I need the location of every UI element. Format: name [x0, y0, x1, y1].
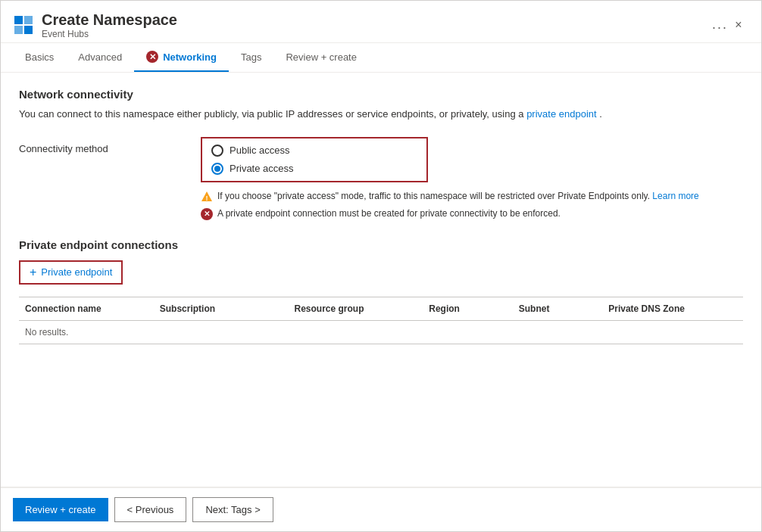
previous-button[interactable]: < Previous [114, 497, 187, 522]
create-namespace-window: Create Namespace Event Hubs ... × Basics… [0, 0, 762, 532]
svg-rect-1 [24, 16, 33, 24]
col-dns-zone: Private DNS Zone [608, 303, 743, 314]
info-messages: ! If you choose "private access" mode, t… [201, 190, 743, 220]
footer: Review + create < Previous Next: Tags > [1, 487, 761, 531]
review-create-button[interactable]: Review + create [13, 498, 108, 521]
close-button[interactable]: × [728, 14, 749, 36]
no-results-text: No results. [25, 327, 68, 338]
warning-text: If you choose "private access" mode, tra… [217, 190, 699, 203]
connectivity-label: Connectivity method [19, 137, 201, 154]
svg-rect-0 [14, 16, 23, 24]
svg-text:!: ! [206, 194, 208, 202]
svg-rect-3 [24, 26, 33, 34]
radio-private-circle [211, 163, 223, 175]
radio-private-label: Private access [230, 163, 294, 174]
window-title: Create Namespace [42, 11, 706, 29]
tab-basics[interactable]: Basics [13, 43, 66, 72]
learn-more-link[interactable]: Learn more [652, 191, 698, 201]
col-region: Region [429, 303, 519, 314]
col-connection-name: Connection name [19, 303, 160, 314]
error-message: ✕ A private endpoint connection must be … [201, 207, 743, 220]
radio-public-circle [211, 145, 223, 157]
col-resource-group: Resource group [295, 303, 429, 314]
tab-advanced[interactable]: Advanced [66, 43, 134, 72]
pe-section-title: Private endpoint connections [19, 238, 743, 251]
networking-error-icon: ✕ [146, 51, 158, 63]
error-circle-icon: ✕ [201, 208, 213, 220]
add-private-endpoint-button[interactable]: + Private endpoint [19, 260, 123, 285]
tab-tags[interactable]: Tags [229, 43, 273, 72]
svg-rect-2 [14, 26, 23, 34]
plus-icon: + [30, 266, 36, 279]
col-subscription: Subscription [160, 303, 295, 314]
network-connectivity-desc: You can connect to this namespace either… [19, 107, 743, 122]
app-icon [13, 14, 34, 36]
col-subnet: Subnet [519, 303, 609, 314]
content-area: Network connectivity You can connect to … [1, 73, 761, 487]
connectivity-radio-group: Public access Private access [201, 137, 428, 182]
window-subtitle: Event Hubs [42, 29, 706, 39]
connectivity-method-row: Connectivity method Public access Privat… [19, 137, 743, 220]
title-info: Create Namespace Event Hubs [42, 11, 706, 39]
private-endpoint-link[interactable]: private endpoint [526, 108, 597, 120]
radio-public-label: Public access [230, 145, 289, 156]
add-private-endpoint-label: Private endpoint [41, 266, 112, 278]
tabs-bar: Basics Advanced ✕ Networking Tags Review… [1, 43, 761, 73]
tab-networking[interactable]: ✕ Networking [134, 43, 229, 72]
table-header: Connection name Subscription Resource gr… [19, 297, 743, 321]
next-tags-button[interactable]: Next: Tags > [192, 497, 273, 522]
warning-icon: ! [201, 191, 213, 203]
connectivity-control: Public access Private access ! [201, 137, 743, 220]
radio-public-access[interactable]: Public access [211, 145, 417, 157]
tab-review-create[interactable]: Review + create [273, 43, 369, 72]
private-endpoint-section: Private endpoint connections + Private e… [19, 238, 743, 344]
error-text: A private endpoint connection must be cr… [217, 207, 561, 220]
endpoints-table: Connection name Subscription Resource gr… [19, 297, 743, 344]
title-bar: Create Namespace Event Hubs ... × [1, 1, 761, 43]
table-body-no-results: No results. [19, 321, 743, 344]
more-options-button[interactable]: ... [712, 17, 728, 33]
warning-message: ! If you choose "private access" mode, t… [201, 190, 743, 203]
network-connectivity-title: Network connectivity [19, 88, 743, 101]
radio-private-access[interactable]: Private access [211, 163, 417, 175]
